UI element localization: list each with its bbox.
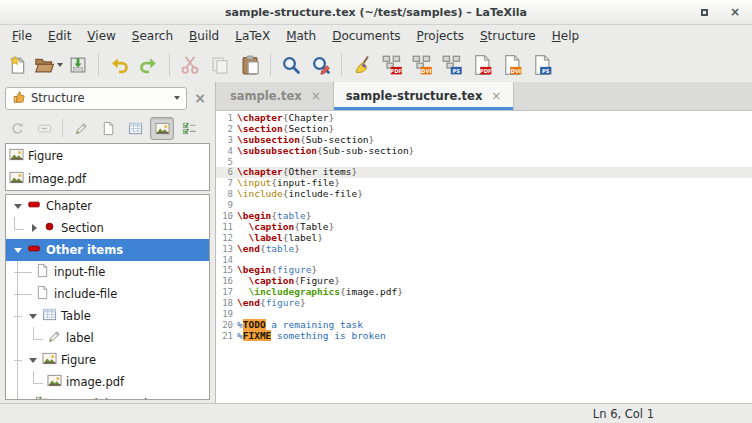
line-number: 9: [216, 200, 237, 211]
tree-item-label: label: [66, 331, 94, 345]
tree-item[interactable]: image.pdf: [6, 371, 209, 393]
tab-close-icon[interactable]: ×: [311, 89, 321, 103]
line-number: 12: [216, 233, 237, 244]
figures-list-item[interactable]: Figure: [6, 144, 209, 167]
view-dvi-icon[interactable]: DVI: [497, 50, 527, 80]
compile-pdf-icon[interactable]: PDF: [377, 50, 407, 80]
menu-search[interactable]: Search: [124, 27, 181, 45]
expander-down-icon[interactable]: [14, 204, 22, 209]
main-area: Structure × Figureimage.pdf ChapterSecti…: [0, 82, 752, 403]
svg-text:PDF: PDF: [480, 67, 492, 73]
close-icon[interactable]: ×: [730, 6, 740, 18]
tree-guide-line: [33, 371, 43, 384]
tree-item[interactable]: label: [6, 327, 209, 349]
window-controls: ×: [701, 0, 740, 24]
search-icon[interactable]: [276, 50, 306, 80]
menu-edit[interactable]: Edit: [40, 27, 79, 45]
menu-file[interactable]: File: [4, 27, 40, 45]
view-pdf-icon[interactable]: PDF: [467, 50, 497, 80]
line-number: 16: [216, 276, 237, 287]
tree-guide-line: [14, 360, 22, 361]
menu-math[interactable]: Math: [278, 27, 324, 45]
image-icon: [42, 351, 61, 369]
open-document-icon[interactable]: [33, 50, 63, 80]
menu-documents[interactable]: Documents: [324, 27, 408, 45]
tree-item[interactable]: Figure: [6, 349, 209, 371]
table-icon: [42, 307, 61, 325]
titlebar: sample-structure.tex (~/test/samples) – …: [0, 0, 752, 25]
editor-pane: sample.tex×sample-structure.tex× 1\chapt…: [216, 82, 752, 403]
show-tables-icon[interactable]: [123, 117, 147, 140]
clean-build-files-icon[interactable]: [347, 50, 377, 80]
menu-latex[interactable]: LaTeX: [227, 27, 278, 45]
expander-right-icon[interactable]: [32, 224, 37, 232]
code-editor[interactable]: 1\chapter{Chapter}2\section{Section}3\su…: [216, 111, 752, 403]
show-included-files-icon[interactable]: [96, 117, 120, 140]
collapse-all-icon[interactable]: [32, 117, 56, 140]
line-number: 6: [216, 167, 237, 178]
code-line[interactable]: 13\end{table}: [216, 244, 752, 255]
tab-close-icon[interactable]: ×: [491, 89, 501, 103]
line-number: 21: [216, 331, 237, 342]
expander-down-icon[interactable]: [29, 314, 37, 319]
panel-close-icon[interactable]: ×: [187, 90, 213, 106]
svg-text:PS: PS: [542, 67, 550, 73]
tree-item[interactable]: Table: [6, 305, 209, 327]
code-line[interactable]: 21%FIXME something is broken: [216, 331, 752, 342]
compile-dvi-icon[interactable]: DVI: [407, 50, 437, 80]
undo-icon[interactable]: [104, 50, 134, 80]
menu-help[interactable]: Help: [544, 27, 587, 45]
cursor-position: Ln 6, Col 1: [593, 407, 654, 421]
chevron-down-icon[interactable]: [57, 63, 63, 67]
chapter-marker-icon: [27, 197, 46, 215]
maximize-icon[interactable]: [701, 9, 708, 16]
line-number: 10: [216, 211, 237, 222]
new-document-icon[interactable]: [3, 50, 33, 80]
tab-sample.tex[interactable]: sample.tex×: [218, 82, 333, 110]
tree-item[interactable]: a remaining task: [6, 393, 209, 400]
tree-guide-line: [14, 217, 24, 230]
tab-sample-structure.tex[interactable]: sample-structure.tex×: [333, 82, 515, 110]
show-todos-fixmes-icon[interactable]: [177, 117, 201, 140]
menu-structure[interactable]: Structure: [472, 27, 544, 45]
refresh-icon[interactable]: [5, 117, 29, 140]
tree-item[interactable]: Chapter: [6, 195, 209, 217]
menu-build[interactable]: Build: [181, 27, 227, 45]
compile-ps-icon[interactable]: PS: [437, 50, 467, 80]
tree-item[interactable]: Section: [6, 217, 209, 239]
image-icon: [47, 373, 66, 391]
svg-text:DVI: DVI: [421, 67, 431, 73]
toolbar-separator: [341, 54, 342, 76]
line-number: 5: [216, 157, 237, 168]
line-number: 4: [216, 146, 237, 157]
tree-item[interactable]: include-file: [6, 283, 209, 305]
menu-view[interactable]: View: [79, 27, 123, 45]
toolbar-separator: [169, 54, 170, 76]
side-panel-header: Structure ×: [0, 82, 215, 114]
code-line[interactable]: 4\subsubsection{Sub-sub-section}: [216, 146, 752, 157]
copy-icon[interactable]: [205, 50, 235, 80]
line-number: 2: [216, 124, 237, 135]
search-and-replace-icon[interactable]: [306, 50, 336, 80]
page-icon: [35, 285, 54, 303]
code-line[interactable]: 18\end{figure}: [216, 298, 752, 309]
tree-item-label: Figure: [61, 353, 96, 367]
panel-selector-combobox[interactable]: Structure: [5, 87, 187, 110]
cut-icon[interactable]: [175, 50, 205, 80]
tree-item[interactable]: Other items: [6, 239, 209, 261]
expander-down-icon[interactable]: [29, 358, 37, 363]
code-line[interactable]: 8\include{include-file}: [216, 189, 752, 200]
save-document-icon[interactable]: [63, 50, 93, 80]
show-labels-icon[interactable]: [69, 117, 93, 140]
line-number: 19: [216, 309, 237, 320]
expander-down-icon[interactable]: [14, 248, 22, 253]
figures-list-item[interactable]: image.pdf: [6, 167, 209, 190]
view-ps-icon[interactable]: PS: [527, 50, 557, 80]
line-number: 18: [216, 298, 237, 309]
paste-icon[interactable]: [235, 50, 265, 80]
image-icon: [9, 147, 24, 165]
menu-projects[interactable]: Projects: [409, 27, 472, 45]
tree-item[interactable]: input-file: [6, 261, 209, 283]
show-figures-icon[interactable]: [150, 117, 174, 140]
redo-icon[interactable]: [134, 50, 164, 80]
